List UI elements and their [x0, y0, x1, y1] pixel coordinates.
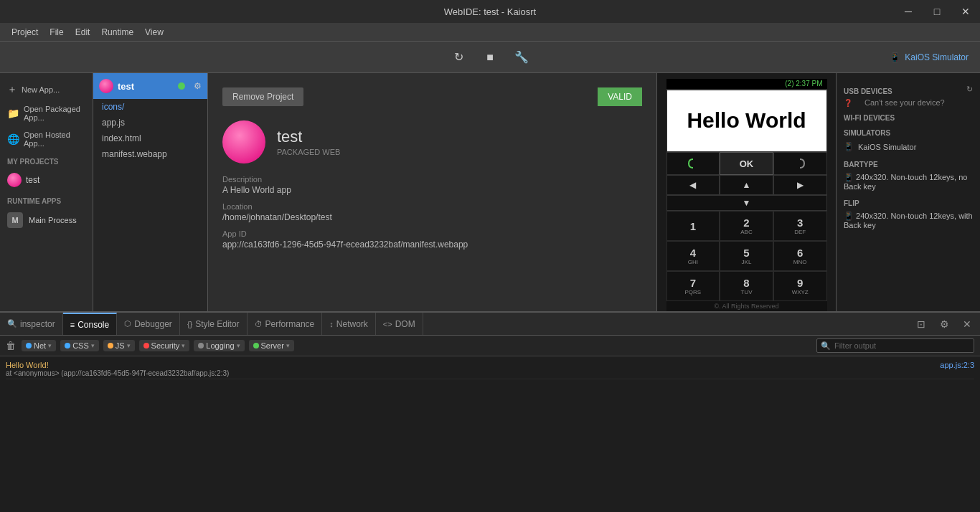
close-button[interactable]: ✕ [951, 0, 980, 23]
file-indexhtml[interactable]: index.html [93, 131, 207, 146]
bartype-section-label: BARTYPE [844, 161, 973, 169]
globe-icon: 🌐 [7, 133, 19, 145]
devtools-panel: 🔍 inspector ≡ Console ⬡ Debugger {} Styl… [0, 311, 980, 512]
runtime-main-process[interactable]: M Main Process [0, 208, 93, 232]
project-logo [222, 120, 265, 163]
maximize-button[interactable]: □ [923, 0, 951, 23]
logging-chevron: ▾ [237, 342, 240, 349]
filter-output-input[interactable] [816, 338, 974, 353]
project-title: test [277, 128, 340, 146]
tab-style-editor[interactable]: {} Style Editor [180, 313, 248, 335]
clear-console-button[interactable]: 🗑 [6, 340, 16, 351]
gear-icon[interactable]: ⚙ [194, 81, 202, 91]
devtools-close-button[interactable]: ✕ [957, 314, 977, 334]
filetree: test ⚙ icons/ app.js index.html manifest… [93, 73, 208, 311]
key-3[interactable]: 3DEF [773, 211, 827, 241]
runtime-apps-label: RUNTIME APPS [0, 191, 93, 208]
bartype-1-item[interactable]: 📱 240x320. Non-touch 12keys, no Back key [844, 171, 973, 192]
project-title-block: test PACKAGED WEB [277, 128, 340, 156]
logging-dot [198, 343, 204, 349]
phone-dpad-right[interactable]: ▶ [773, 175, 827, 195]
cant-see-device[interactable]: ❓ Can't see your device? [844, 98, 973, 107]
filetree-app-name: test [118, 81, 134, 92]
tab-network[interactable]: ↕ Network [322, 313, 376, 335]
devtools-controls: ⊡ ⚙ ✕ [911, 313, 980, 335]
key-1[interactable]: 1 [666, 211, 720, 241]
filter-server[interactable]: Server ▾ [249, 340, 294, 351]
js-dot [108, 343, 113, 349]
filter-security[interactable]: Security ▾ [139, 340, 190, 351]
menu-edit[interactable]: Edit [70, 23, 96, 41]
description-value: A Hello World app [222, 185, 642, 195]
file-manifest[interactable]: manifest.webapp [93, 146, 207, 162]
simulator-label[interactable]: KaiOS Simulator [905, 52, 969, 62]
keypad-row-1: 1 2ABC 3DEF [666, 211, 827, 241]
filter-input-wrapper: 🔍 [816, 338, 974, 353]
file-icons[interactable]: icons/ [93, 99, 207, 115]
menu-project[interactable]: Project [6, 23, 44, 41]
key-7[interactable]: 7PQRS [666, 271, 720, 301]
tab-dom[interactable]: <> DOM [376, 313, 423, 335]
usb-refresh-icon[interactable]: ↻ [966, 85, 973, 94]
tab-debugger[interactable]: ⬡ Debugger [117, 313, 180, 335]
inspector-icon: 🔍 [7, 319, 17, 328]
key-6[interactable]: 6MNO [773, 241, 827, 271]
devtools-tabs: 🔍 inspector ≡ Console ⬡ Debugger {} Styl… [0, 313, 980, 336]
js-chevron: ▾ [127, 342, 131, 349]
location-value: /home/johnatan/Desktop/test [222, 212, 642, 222]
key-4[interactable]: 4GHI [666, 241, 720, 271]
key-9[interactable]: 9WXYZ [773, 271, 827, 301]
refresh-button[interactable]: ↻ [447, 46, 470, 69]
new-app-button[interactable]: ＋ New App... [0, 79, 93, 100]
menubar: Project File Edit Runtime View [0, 23, 980, 42]
folder-icon: 📁 [7, 108, 19, 119]
console-entry-inner-0: Hello World! at <anonymous> (app://ca163… [6, 361, 934, 377]
filter-css[interactable]: CSS ▾ [60, 340, 99, 351]
tab-inspector[interactable]: 🔍 inspector [0, 313, 63, 335]
tab-performance[interactable]: ⏱ Performance [248, 313, 323, 335]
phone-ok-button[interactable]: OK [720, 152, 773, 175]
console-filter-bar: 🗑 Net ▾ CSS ▾ JS ▾ Security ▾ Logging ▾ [0, 336, 980, 356]
appid-label: App ID [222, 229, 642, 238]
menu-file[interactable]: File [44, 23, 69, 41]
phone-icon-flip1: 📱 [844, 212, 854, 220]
phone-keypad: 1 2ABC 3DEF 4GHI 5JKL 6MNO 7PQRS 8TUV 9W… [666, 211, 827, 301]
menu-runtime[interactable]: Runtime [95, 23, 139, 41]
filter-js[interactable]: JS ▾ [103, 340, 135, 351]
phone-nav-right[interactable] [773, 152, 827, 175]
phone-screen: Hello World [666, 90, 827, 152]
minimize-button[interactable]: ─ [894, 0, 923, 23]
open-hosted-button[interactable]: 🌐 Open Hosted App... [0, 126, 93, 152]
kaios-simulator-item[interactable]: 📱 KaiOS Simulator [844, 140, 973, 153]
simulators-section-label: SIMULATORS [844, 129, 973, 137]
flip-1-item[interactable]: 📱 240x320. Non-touch 12keys, with Back k… [844, 210, 973, 231]
phone-dpad-left[interactable]: ◀ [666, 175, 720, 195]
sidebar-project-test[interactable]: test [0, 169, 93, 191]
phone-status-bar: (2) 2:37 PM [666, 79, 827, 90]
menu-view[interactable]: View [139, 23, 169, 41]
phone-dpad-up[interactable]: ▲ [720, 175, 773, 195]
phone-dpad-down[interactable]: ▼ [666, 195, 827, 211]
phone-nav-left[interactable] [666, 152, 720, 175]
key-2[interactable]: 2ABC [720, 211, 773, 241]
description-label: Description [222, 175, 642, 184]
filter-net[interactable]: Net ▾ [22, 340, 56, 351]
valid-badge: VALID [598, 87, 642, 106]
devtools-settings-button[interactable]: ⚙ [934, 314, 954, 334]
open-packaged-button[interactable]: 📁 Open Packaged App... [0, 100, 93, 126]
window-title: WebIDE: test - Kaiosrt [444, 6, 536, 17]
key-8[interactable]: 8TUV [720, 271, 773, 301]
key-5[interactable]: 5JKL [720, 241, 773, 271]
file-appjs[interactable]: app.js [93, 115, 207, 131]
toolbar: ↻ ■ 🔧 📱 KaiOS Simulator [0, 42, 980, 73]
tab-console[interactable]: ≡ Console [63, 313, 117, 335]
console-link-0[interactable]: app.js:2:3 [940, 361, 974, 377]
wrench-button[interactable]: 🔧 [510, 46, 533, 69]
stop-button[interactable]: ■ [479, 46, 501, 69]
filter-logging[interactable]: Logging ▾ [194, 340, 244, 351]
devtools-split-button[interactable]: ⊡ [911, 314, 931, 334]
phone-copyright: ©. All Rights Reserved [666, 301, 827, 311]
appid-value: app://ca163fd6-1296-45d5-947f-ecead3232b… [222, 240, 642, 250]
remove-project-button[interactable]: Remove Project [222, 87, 303, 106]
css-chevron: ▾ [91, 342, 95, 349]
